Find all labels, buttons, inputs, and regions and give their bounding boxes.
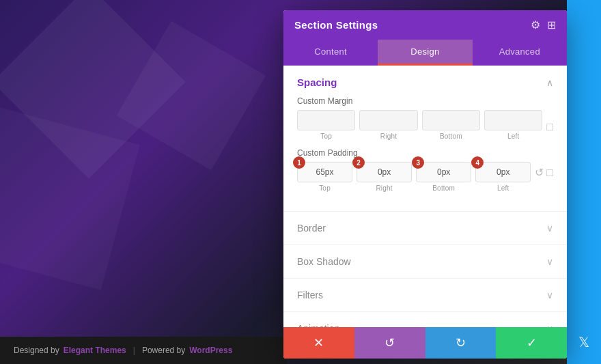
reset-button[interactable]: ↺: [354, 327, 425, 359]
save-button[interactable]: ✓: [496, 327, 567, 359]
box-shadow-section[interactable]: Box Shadow ∨: [283, 245, 567, 279]
margin-right-group: Right: [359, 110, 417, 140]
spacing-section: Spacing ∧ Custom Margin Top Right: [283, 66, 567, 212]
badge-2: 2: [352, 156, 365, 169]
padding-bottom-input[interactable]: [416, 162, 471, 182]
padding-left-label: Left: [497, 184, 509, 192]
padding-left-input[interactable]: [475, 162, 531, 182]
padding-reset-icon[interactable]: ↺: [535, 166, 544, 179]
filters-section[interactable]: Filters ∨: [283, 279, 567, 312]
border-section[interactable]: Border ∨: [283, 212, 567, 245]
border-title: Border: [297, 223, 326, 234]
margin-top-input[interactable]: [297, 110, 355, 130]
padding-top-group: 1 Top: [297, 162, 352, 192]
header-icons: ⚙ ⊞: [531, 18, 556, 31]
margin-left-input[interactable]: [484, 110, 542, 130]
padding-right-label: Right: [376, 184, 392, 192]
animation-section[interactable]: Animation ∨: [283, 312, 567, 327]
padding-bottom-group: 3 Bottom: [416, 162, 471, 192]
badge-1: 1: [293, 156, 305, 169]
margin-bottom-label: Bottom: [440, 132, 462, 140]
margin-bottom-input[interactable]: [422, 110, 480, 130]
padding-right-input[interactable]: [357, 162, 412, 182]
padding-right-group: 2 Right: [357, 162, 412, 192]
margin-right-input[interactable]: [359, 110, 417, 130]
grid-icon[interactable]: ⊞: [547, 18, 556, 31]
powered-by-text: Powered by: [142, 346, 185, 355]
wordpress-link[interactable]: WordPress: [189, 346, 232, 355]
padding-input-row: 1 Top 2 Right 3 Bottom: [297, 162, 553, 192]
box-shadow-title: Box Shadow: [297, 256, 351, 267]
margin-right-label: Right: [380, 132, 397, 140]
custom-margin-group: Custom Margin Top Right Bottom: [297, 96, 553, 140]
settings-icon[interactable]: ⚙: [531, 18, 540, 31]
padding-left-group: 4 Left: [475, 162, 531, 192]
tab-content[interactable]: Content: [283, 40, 378, 66]
custom-padding-group: Custom Padding 1 Top 2 Right 3: [297, 148, 553, 192]
designed-by-text: Designed by: [14, 346, 59, 355]
separator: |: [133, 346, 135, 355]
filters-chevron-icon: ∨: [546, 290, 553, 300]
elegant-themes-link[interactable]: Elegant Themes: [64, 346, 126, 355]
margin-left-label: Left: [507, 132, 519, 140]
padding-top-label: Top: [319, 184, 331, 192]
margin-input-row: Top Right Bottom Left □: [297, 110, 553, 140]
margin-responsive-icon[interactable]: □: [546, 121, 553, 133]
tab-advanced[interactable]: Advanced: [473, 40, 567, 66]
spacing-collapse-icon[interactable]: ∧: [546, 77, 553, 88]
margin-bottom-group: Bottom: [422, 110, 480, 140]
section-settings-panel: Section Settings ⚙ ⊞ Content Design Adva…: [283, 10, 567, 359]
spacing-title: Spacing: [297, 76, 337, 88]
panel-title: Section Settings: [294, 19, 378, 31]
cancel-button[interactable]: ✕: [283, 327, 354, 359]
custom-margin-label: Custom Margin: [297, 96, 553, 106]
decorative-shapes: [0, 0, 287, 364]
panel-footer: ✕ ↺ ↻ ✓: [283, 327, 567, 359]
filters-title: Filters: [297, 290, 323, 300]
bottom-bar: Designed by Elegant Themes | Powered by …: [0, 337, 287, 364]
tab-design[interactable]: Design: [378, 40, 472, 66]
custom-padding-label: Custom Padding: [297, 148, 553, 158]
padding-bottom-label: Bottom: [432, 184, 455, 192]
twitter-icon[interactable]: 𝕏: [578, 334, 589, 350]
padding-responsive-icon[interactable]: □: [546, 167, 553, 179]
border-chevron-icon: ∨: [546, 223, 553, 234]
padding-actions: ↺ □: [535, 166, 553, 179]
twitter-sidebar: 𝕏: [567, 0, 601, 364]
spacing-header: Spacing ∧: [297, 76, 553, 88]
margin-top-group: Top: [297, 110, 355, 140]
margin-left-group: Left: [484, 110, 542, 140]
redo-button[interactable]: ↻: [425, 327, 497, 359]
panel-content: Spacing ∧ Custom Margin Top Right: [283, 66, 567, 327]
box-shadow-chevron-icon: ∨: [546, 256, 553, 267]
panel-header: Section Settings ⚙ ⊞: [283, 10, 567, 40]
tabs-bar: Content Design Advanced: [283, 40, 567, 66]
padding-top-input[interactable]: [297, 162, 352, 182]
margin-top-label: Top: [320, 132, 332, 140]
